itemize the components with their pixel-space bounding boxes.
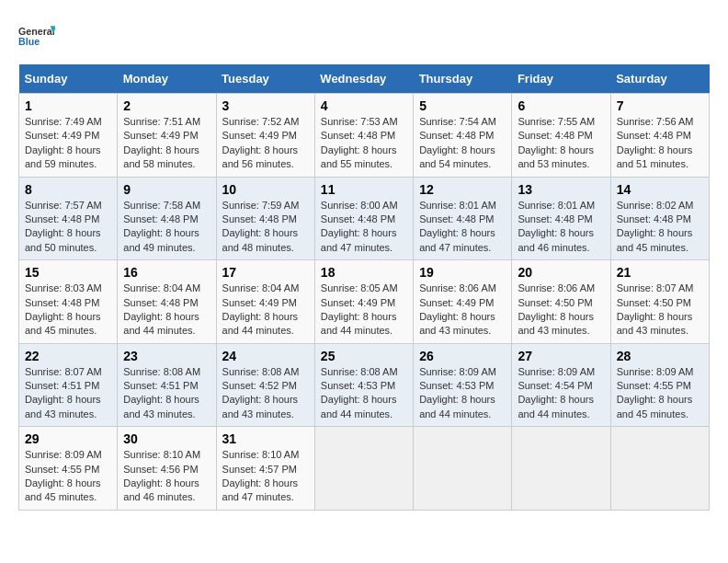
sunrise-label: Sunrise: — [617, 282, 656, 293]
daylight-label: Daylight: — [222, 227, 265, 238]
day-detail: Sunrise: 8:05 AM Sunset: 4:49 PM Dayligh… — [321, 282, 407, 339]
daylight-hours: 8 hours — [659, 311, 693, 322]
sunrise-label: Sunrise: — [222, 282, 262, 293]
sunset-label: Sunset: — [25, 130, 62, 141]
sunset-time: 4:54 PM — [555, 380, 593, 391]
daylight-label: Daylight: — [419, 311, 461, 322]
daylight-minutes: and 45 minutes. — [617, 242, 688, 253]
daylight-label: Daylight: — [25, 311, 67, 322]
daylight-minutes: and 48 minutes. — [222, 242, 294, 253]
calendar-cell: 27 Sunrise: 8:09 AM Sunset: 4:54 PM Dayl… — [512, 343, 610, 427]
sunset-label: Sunset: — [617, 213, 654, 224]
sunset-time: 4:57 PM — [259, 464, 297, 475]
daylight-hours: 8 hours — [659, 144, 693, 155]
calendar-cell: 29 Sunrise: 8:09 AM Sunset: 4:55 PM Dayl… — [19, 427, 118, 511]
daylight-hours: 8 hours — [264, 477, 298, 488]
day-detail: Sunrise: 8:09 AM Sunset: 4:55 PM Dayligh… — [25, 448, 111, 505]
daylight-minutes: and 53 minutes. — [518, 158, 589, 169]
daylight-minutes: and 45 minutes. — [617, 408, 688, 419]
header-sunday: Sunday — [19, 64, 118, 94]
daylight-hours: 8 hours — [363, 311, 397, 322]
day-detail: Sunrise: 8:02 AM Sunset: 4:48 PM Dayligh… — [617, 199, 703, 256]
sunset-label: Sunset: — [25, 464, 62, 475]
sunrise-label: Sunrise: — [321, 116, 360, 127]
sunset-time: 4:48 PM — [358, 130, 395, 141]
day-number: 14 — [617, 182, 703, 197]
daylight-label: Daylight: — [222, 144, 265, 155]
daylight-label: Daylight: — [25, 394, 67, 405]
sunset-label: Sunset: — [419, 380, 456, 391]
sunset-time: 4:48 PM — [358, 213, 395, 224]
sunset-time: 4:49 PM — [62, 130, 99, 141]
sunrise-label: Sunrise: — [518, 200, 557, 211]
daylight-hours: 8 hours — [659, 394, 693, 405]
calendar-cell: 12 Sunrise: 8:01 AM Sunset: 4:48 PM Dayl… — [414, 177, 512, 260]
calendar-cell: 11 Sunrise: 8:00 AM Sunset: 4:48 PM Dayl… — [314, 177, 413, 260]
daylight-minutes: and 44 minutes. — [518, 408, 589, 419]
sunrise-label: Sunrise: — [25, 200, 64, 211]
sunset-time: 4:48 PM — [259, 213, 297, 224]
day-number: 25 — [321, 349, 407, 363]
daylight-hours: 8 hours — [67, 144, 101, 155]
sunset-label: Sunset: — [321, 130, 358, 141]
sunset-label: Sunset: — [617, 380, 654, 391]
day-detail: Sunrise: 8:03 AM Sunset: 4:48 PM Dayligh… — [25, 282, 111, 339]
sunset-time: 4:53 PM — [358, 380, 395, 391]
sunset-label: Sunset: — [222, 213, 259, 224]
logo-svg: General Blue — [18, 18, 55, 55]
sunrise-time: 7:54 AM — [460, 116, 496, 127]
day-detail: Sunrise: 7:56 AM Sunset: 4:48 PM Dayligh… — [617, 115, 703, 172]
daylight-hours: 8 hours — [67, 394, 101, 405]
calendar-cell: 17 Sunrise: 8:04 AM Sunset: 4:49 PM Dayl… — [216, 260, 314, 344]
calendar-cell: 26 Sunrise: 8:09 AM Sunset: 4:53 PM Dayl… — [414, 343, 512, 427]
daylight-hours: 8 hours — [264, 144, 298, 155]
sunrise-time: 8:02 AM — [656, 200, 693, 211]
calendar-cell: 8 Sunrise: 7:57 AM Sunset: 4:48 PM Dayli… — [19, 177, 118, 260]
daylight-label: Daylight: — [617, 227, 659, 238]
daylight-minutes: and 45 minutes. — [25, 325, 97, 336]
daylight-minutes: and 58 minutes. — [123, 158, 195, 169]
day-detail: Sunrise: 8:04 AM Sunset: 4:49 PM Dayligh… — [222, 282, 309, 339]
sunset-label: Sunset: — [419, 213, 456, 224]
sunrise-time: 8:08 AM — [262, 366, 299, 377]
daylight-hours: 8 hours — [165, 394, 199, 405]
sunrise-label: Sunrise: — [25, 366, 64, 377]
svg-text:Blue: Blue — [18, 36, 40, 47]
daylight-label: Daylight: — [321, 227, 363, 238]
day-detail: Sunrise: 8:08 AM Sunset: 4:52 PM Dayligh… — [222, 365, 309, 422]
sunset-time: 4:50 PM — [555, 297, 593, 308]
day-number: 28 — [617, 349, 703, 363]
sunrise-time: 8:10 AM — [262, 449, 299, 460]
day-number: 22 — [25, 349, 111, 363]
sunset-label: Sunset: — [518, 213, 554, 224]
daylight-label: Daylight: — [123, 477, 165, 488]
calendar-cell: 31 Sunrise: 8:10 AM Sunset: 4:57 PM Dayl… — [216, 427, 314, 511]
daylight-label: Daylight: — [321, 394, 363, 405]
sunrise-label: Sunrise: — [25, 449, 64, 460]
daylight-label: Daylight: — [518, 311, 560, 322]
daylight-label: Daylight: — [518, 144, 560, 155]
daylight-minutes: and 44 minutes. — [321, 408, 392, 419]
day-number: 27 — [518, 349, 604, 363]
day-number: 20 — [518, 265, 604, 280]
daylight-hours: 8 hours — [67, 477, 101, 488]
header-saturday: Saturday — [610, 64, 709, 94]
daylight-minutes: and 47 minutes. — [321, 242, 392, 253]
day-number: 9 — [123, 182, 210, 197]
sunrise-time: 8:03 AM — [64, 282, 101, 293]
sunset-label: Sunset: — [222, 130, 259, 141]
day-detail: Sunrise: 7:52 AM Sunset: 4:49 PM Dayligh… — [222, 115, 309, 172]
sunrise-label: Sunrise: — [123, 449, 163, 460]
sunset-label: Sunset: — [419, 297, 456, 308]
day-detail: Sunrise: 8:09 AM Sunset: 4:54 PM Dayligh… — [518, 365, 604, 422]
sunset-label: Sunset: — [617, 130, 654, 141]
sunset-time: 4:48 PM — [456, 130, 494, 141]
calendar-cell: 3 Sunrise: 7:52 AM Sunset: 4:49 PM Dayli… — [216, 94, 314, 178]
day-number: 2 — [123, 98, 210, 113]
day-number: 30 — [123, 431, 210, 446]
daylight-label: Daylight: — [419, 227, 461, 238]
daylight-minutes: and 43 minutes. — [617, 325, 688, 336]
day-number: 6 — [518, 98, 604, 113]
daylight-hours: 8 hours — [165, 227, 199, 238]
day-detail: Sunrise: 8:08 AM Sunset: 4:51 PM Dayligh… — [123, 365, 210, 422]
